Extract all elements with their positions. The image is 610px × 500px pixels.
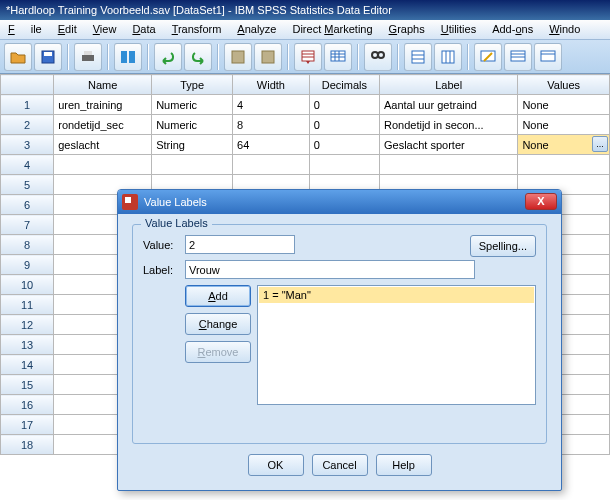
menu-addons[interactable]: Add-ons xyxy=(484,20,541,39)
cell-type[interactable]: Numeric xyxy=(152,95,233,115)
value-labels-list[interactable]: 1 = "Man" xyxy=(257,285,536,405)
cell-label[interactable]: Aantal uur getraind xyxy=(379,95,517,115)
list-item[interactable]: 1 = "Man" xyxy=(259,287,534,303)
toolbar-separator xyxy=(67,44,69,70)
dialog-title: Value Labels xyxy=(144,196,207,208)
row-header[interactable]: 17 xyxy=(1,415,54,435)
menu-file[interactable]: File xyxy=(0,20,50,39)
dialog-titlebar[interactable]: Value Labels X xyxy=(118,190,561,214)
svg-rect-5 xyxy=(129,51,135,63)
goto-case-icon[interactable] xyxy=(224,43,252,71)
value-label: Value: xyxy=(143,239,185,251)
cell-type[interactable]: Numeric xyxy=(152,115,233,135)
cell-label[interactable]: Geslacht sporter xyxy=(379,135,517,155)
col-type[interactable]: Type xyxy=(152,75,233,95)
row-header[interactable]: 9 xyxy=(1,255,54,275)
cell-width[interactable]: 4 xyxy=(233,95,310,115)
goto-var-icon[interactable] xyxy=(254,43,282,71)
row-header[interactable]: 13 xyxy=(1,335,54,355)
row-header[interactable]: 4 xyxy=(1,155,54,175)
cancel-button[interactable]: Cancel xyxy=(312,454,368,476)
row-header[interactable]: 11 xyxy=(1,295,54,315)
row-header[interactable]: 18 xyxy=(1,435,54,455)
cell-name[interactable]: rondetijd_sec xyxy=(54,115,152,135)
dialog-icon xyxy=(122,194,138,210)
table-row: 1 uren_training Numeric 4 0 Aantal uur g… xyxy=(1,95,610,115)
variables-icon[interactable] xyxy=(294,43,322,71)
menu-view[interactable]: View xyxy=(85,20,125,39)
row-header[interactable]: 3 xyxy=(1,135,54,155)
value-input[interactable] xyxy=(185,235,295,254)
cell-decimals[interactable]: 0 xyxy=(309,95,379,115)
remove-button[interactable]: Remove xyxy=(185,341,251,363)
menu-window[interactable]: Windo xyxy=(541,20,588,39)
run-icon[interactable] xyxy=(324,43,352,71)
row-header[interactable]: 12 xyxy=(1,315,54,335)
toolbar-separator xyxy=(217,44,219,70)
row-header[interactable]: 14 xyxy=(1,355,54,375)
undo-icon[interactable] xyxy=(154,43,182,71)
cell-decimals[interactable]: 0 xyxy=(309,135,379,155)
col-label[interactable]: Label xyxy=(379,75,517,95)
recall-dialog-icon[interactable] xyxy=(114,43,142,71)
menu-data[interactable]: Data xyxy=(124,20,163,39)
close-icon[interactable]: X xyxy=(525,193,557,210)
toolbar-separator xyxy=(357,44,359,70)
row-header[interactable]: 1 xyxy=(1,95,54,115)
row-header[interactable]: 10 xyxy=(1,275,54,295)
redo-icon[interactable] xyxy=(184,43,212,71)
row-header[interactable]: 8 xyxy=(1,235,54,255)
menubar: File Edit View Data Transform Analyze Di… xyxy=(0,20,610,40)
insert-cases-icon[interactable] xyxy=(404,43,432,71)
row-header[interactable]: 15 xyxy=(1,375,54,395)
group-legend: Value Labels xyxy=(141,217,212,229)
menu-transform[interactable]: Transform xyxy=(164,20,230,39)
cell-values-selected[interactable]: None ... xyxy=(518,135,610,155)
save-icon[interactable] xyxy=(34,43,62,71)
row-header[interactable]: 16 xyxy=(1,395,54,415)
col-decimals[interactable]: Decimals xyxy=(309,75,379,95)
svg-rect-9 xyxy=(331,51,345,61)
menu-edit[interactable]: Edit xyxy=(50,20,85,39)
row-header[interactable]: 5 xyxy=(1,175,54,195)
split-icon[interactable] xyxy=(474,43,502,71)
find-icon[interactable] xyxy=(364,43,392,71)
spelling-button[interactable]: Spelling... xyxy=(470,235,536,257)
col-name[interactable]: Name xyxy=(54,75,152,95)
value-labels-group: Value Labels Spelling... Value: Label: A… xyxy=(132,224,547,444)
toolbar xyxy=(0,40,610,74)
col-values[interactable]: Values xyxy=(518,75,610,95)
help-button[interactable]: Help xyxy=(376,454,432,476)
cell-name[interactable]: geslacht xyxy=(54,135,152,155)
menu-directmarketing[interactable]: Direct Marketing xyxy=(284,20,380,39)
cell-ellipsis-button[interactable]: ... xyxy=(592,136,608,152)
grid-corner[interactable] xyxy=(1,75,54,95)
change-button[interactable]: Change xyxy=(185,313,251,335)
row-header[interactable]: 6 xyxy=(1,195,54,215)
label-input[interactable] xyxy=(185,260,475,279)
ok-button[interactable]: OK xyxy=(248,454,304,476)
row-header[interactable]: 7 xyxy=(1,215,54,235)
menu-utilities[interactable]: Utilities xyxy=(433,20,484,39)
cell-values[interactable]: None xyxy=(518,95,610,115)
open-icon[interactable] xyxy=(4,43,32,71)
row-header[interactable]: 2 xyxy=(1,115,54,135)
cell-width[interactable]: 64 xyxy=(233,135,310,155)
print-icon[interactable] xyxy=(74,43,102,71)
cell-type[interactable]: String xyxy=(152,135,233,155)
svg-rect-8 xyxy=(302,51,314,61)
cell-label[interactable]: Rondetijd in secon... xyxy=(379,115,517,135)
cell-name[interactable]: uren_training xyxy=(54,95,152,115)
cell-width[interactable]: 8 xyxy=(233,115,310,135)
add-button[interactable]: Add xyxy=(185,285,251,307)
weight-icon[interactable] xyxy=(504,43,532,71)
select-icon[interactable] xyxy=(534,43,562,71)
toolbar-separator xyxy=(147,44,149,70)
menu-graphs[interactable]: Graphs xyxy=(381,20,433,39)
col-width[interactable]: Width xyxy=(233,75,310,95)
menu-analyze[interactable]: Analyze xyxy=(229,20,284,39)
cell-decimals[interactable]: 0 xyxy=(309,115,379,135)
insert-var-icon[interactable] xyxy=(434,43,462,71)
svg-rect-7 xyxy=(262,51,274,63)
cell-values[interactable]: None xyxy=(518,115,610,135)
